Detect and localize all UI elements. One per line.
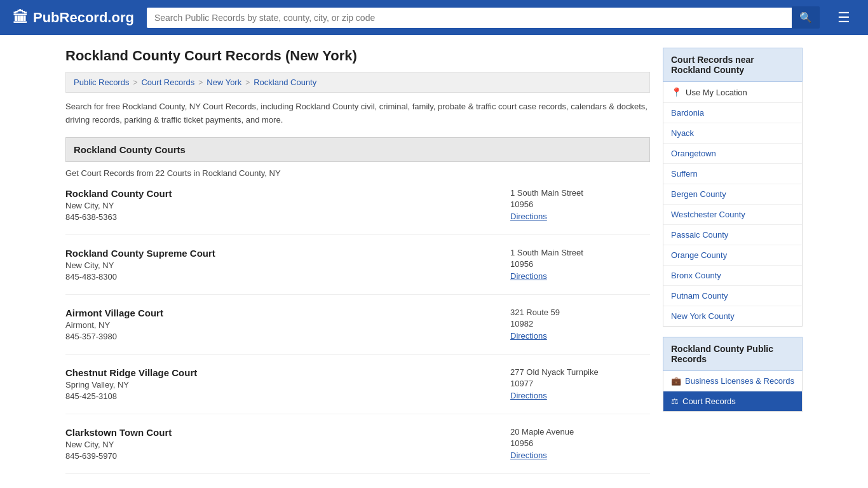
court-address-4: 20 Maple Avenue — [510, 427, 650, 437]
page-title: Rockland County Court Records (New York) — [65, 48, 650, 64]
sidebar-nearby-item-0[interactable]: Bardonia — [663, 103, 802, 123]
court-zip-4: 10956 — [510, 438, 650, 448]
court-name-2: Airmont Village Court — [65, 308, 510, 318]
use-location-label: Use My Location — [686, 88, 747, 97]
court-right-3: 277 Old Nyack Turnpike 10977 Directions — [510, 367, 650, 401]
main-container: Rockland County Court Records (New York)… — [53, 35, 815, 488]
sidebar-use-location[interactable]: 📍 Use My Location — [663, 82, 802, 103]
sidebar-nearby-item-3[interactable]: Suffern — [663, 164, 802, 184]
logo-text: PubRecord.org — [33, 10, 134, 26]
court-left-4: Clarkstown Town Court New City, NY 845-6… — [65, 427, 510, 461]
court-entry: Chestnut Ridge Village Court Spring Vall… — [65, 367, 650, 414]
court-phone-2: 845-357-3980 — [65, 332, 510, 341]
sidebar-nearby-items: BardoniaNyackOrangetownSuffernBergen Cou… — [663, 103, 802, 326]
sidebar-pr-list: 💼Business Licenses & Records⚖Court Recor… — [663, 371, 803, 412]
search-icon: 🔍 — [799, 12, 812, 23]
directions-link-1[interactable]: Directions — [510, 271, 547, 281]
sidebar-nearby-item-6[interactable]: Passaic County — [663, 225, 802, 245]
court-right-0: 1 South Main Street 10956 Directions — [510, 188, 650, 222]
page-description: Search for free Rockland County, NY Cour… — [65, 100, 650, 127]
breadcrumb-public-records[interactable]: Public Records — [74, 78, 129, 87]
sidebar-pr-item-1[interactable]: ⚖Court Records — [663, 391, 802, 411]
location-pin-icon: 📍 — [671, 87, 682, 97]
sidebar-nearby-item-5[interactable]: Westchester County — [663, 205, 802, 225]
court-right-2: 321 Route 59 10982 Directions — [510, 308, 650, 341]
pr-label-0: Business Licenses & Records — [685, 376, 794, 386]
court-city-2: Airmont, NY — [65, 320, 510, 330]
sidebar-nearby-item-7[interactable]: Orange County — [663, 245, 802, 266]
site-logo[interactable]: 🏛 PubRecord.org — [13, 9, 134, 27]
court-left-1: Rockland County Supreme Court New City, … — [65, 248, 510, 281]
court-zip-0: 10956 — [510, 200, 650, 209]
court-address-2: 321 Route 59 — [510, 308, 650, 317]
court-name-1: Rockland County Supreme Court — [65, 248, 510, 259]
sidebar-nearby-item-4[interactable]: Bergen County — [663, 184, 802, 205]
directions-link-4[interactable]: Directions — [510, 451, 547, 460]
sidebar-nearby-item-9[interactable]: Putnam County — [663, 286, 802, 306]
courts-section-header: Rockland County Courts — [65, 137, 650, 162]
logo-icon: 🏛 — [13, 9, 28, 27]
court-city-0: New City, NY — [65, 201, 510, 210]
directions-link-3[interactable]: Directions — [510, 391, 547, 400]
court-address-1: 1 South Main Street — [510, 248, 650, 257]
hamburger-menu-button[interactable]: ☰ — [832, 8, 855, 27]
pr-icon-1: ⚖ — [671, 396, 679, 406]
court-left-2: Airmont Village Court Airmont, NY 845-35… — [65, 308, 510, 341]
sidebar-nearby-list: 📍 Use My Location BardoniaNyackOrangetow… — [663, 82, 803, 327]
court-name-0: Rockland County Court — [65, 188, 510, 199]
court-city-3: Spring Valley, NY — [65, 380, 510, 390]
court-zip-3: 10977 — [510, 379, 650, 388]
courts-count: Get Court Records from 22 Courts in Rock… — [65, 168, 650, 178]
court-city-4: New City, NY — [65, 440, 510, 449]
breadcrumb-sep-1: > — [133, 78, 137, 87]
court-name-3: Chestnut Ridge Village Court — [65, 367, 510, 378]
directions-link-2[interactable]: Directions — [510, 331, 547, 341]
court-entry: Clarkstown Town Court New City, NY 845-6… — [65, 427, 650, 474]
search-button[interactable]: 🔍 — [792, 6, 820, 29]
court-address-0: 1 South Main Street — [510, 188, 650, 198]
court-entry: Airmont Village Court Airmont, NY 845-35… — [65, 308, 650, 355]
pr-label-1: Court Records — [682, 396, 736, 406]
court-name-4: Clarkstown Town Court — [65, 427, 510, 438]
court-phone-1: 845-483-8300 — [65, 272, 510, 281]
sidebar: Court Records near Rockland County 📍 Use… — [663, 48, 803, 487]
court-entry: Rockland County Supreme Court New City, … — [65, 248, 650, 295]
court-entry: Rockland County Court New City, NY 845-6… — [65, 188, 650, 235]
sidebar-nearby-item-2[interactable]: Orangetown — [663, 144, 802, 164]
court-right-4: 20 Maple Avenue 10956 Directions — [510, 427, 650, 461]
court-phone-4: 845-639-5970 — [65, 451, 510, 461]
search-input[interactable] — [147, 8, 792, 28]
sidebar-nearby-item-1[interactable]: Nyack — [663, 123, 802, 144]
sidebar-nearby-title: Court Records near Rockland County — [663, 48, 803, 82]
court-phone-0: 845-638-5363 — [65, 212, 510, 222]
menu-icon: ☰ — [837, 10, 850, 25]
court-left-0: Rockland County Court New City, NY 845-6… — [65, 188, 510, 222]
search-area: 🔍 — [147, 6, 820, 29]
site-header: 🏛 PubRecord.org 🔍 ☰ — [0, 0, 868, 35]
court-zip-2: 10982 — [510, 319, 650, 329]
breadcrumb-court-records[interactable]: Court Records — [141, 78, 194, 87]
sidebar-nearby-item-10[interactable]: New York County — [663, 306, 802, 326]
pr-icon-0: 💼 — [671, 376, 681, 386]
sidebar-nearby-item-8[interactable]: Bronx County — [663, 266, 802, 286]
court-right-1: 1 South Main Street 10956 Directions — [510, 248, 650, 281]
content-area: Rockland County Court Records (New York)… — [65, 48, 650, 487]
breadcrumb-sep-2: > — [198, 78, 203, 87]
breadcrumb-sep-3: > — [245, 78, 250, 87]
breadcrumb: Public Records > Court Records > New Yor… — [65, 72, 650, 93]
court-left-3: Chestnut Ridge Village Court Spring Vall… — [65, 367, 510, 401]
court-address-3: 277 Old Nyack Turnpike — [510, 367, 650, 377]
court-phone-3: 845-425-3108 — [65, 391, 510, 401]
court-city-1: New City, NY — [65, 261, 510, 270]
court-zip-1: 10956 — [510, 259, 650, 269]
sidebar-pr-item-0[interactable]: 💼Business Licenses & Records — [663, 371, 802, 391]
directions-link-0[interactable]: Directions — [510, 212, 547, 221]
sidebar-pr-title: Rockland County Public Records — [663, 337, 803, 371]
courts-list: Rockland County Court New City, NY 845-6… — [65, 188, 650, 474]
breadcrumb-rockland-county[interactable]: Rockland County — [254, 78, 316, 87]
breadcrumb-new-york[interactable]: New York — [207, 78, 241, 87]
